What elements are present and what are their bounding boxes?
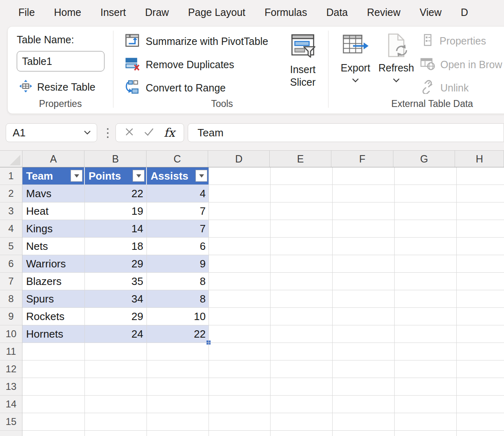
convert-to-range-icon: [124, 79, 140, 96]
cell-C8[interactable]: 8: [147, 290, 209, 307]
cell-C4[interactable]: 7: [147, 220, 209, 237]
row-header-10[interactable]: 10: [0, 325, 22, 343]
cell-B7[interactable]: 35: [85, 273, 147, 290]
cell-A6[interactable]: Warriors: [22, 255, 85, 272]
column-header-A[interactable]: A: [22, 151, 84, 167]
cell-A9[interactable]: Rockets: [22, 308, 85, 325]
row-header-12[interactable]: 12: [0, 360, 22, 378]
formula-bar-options-icon[interactable]: [105, 127, 110, 140]
cell-C7[interactable]: 8: [147, 273, 209, 290]
cell-A4[interactable]: Kings: [22, 220, 85, 237]
cell-C9[interactable]: 10: [147, 308, 209, 325]
row-header-4[interactable]: 4: [0, 220, 22, 238]
export-button[interactable]: Export: [337, 32, 373, 84]
cell-A3[interactable]: Heat: [22, 202, 85, 220]
row-header-13[interactable]: 13: [0, 378, 22, 396]
row-header-8[interactable]: 8: [0, 290, 22, 308]
filter-dropdown-team[interactable]: [71, 170, 82, 182]
ribbon-tab-review[interactable]: Review: [367, 7, 400, 18]
table-row-blazers: Blazers358: [22, 273, 209, 290]
row-header-9[interactable]: 9: [0, 308, 22, 325]
cell-B8[interactable]: 34: [85, 290, 147, 307]
cell-A10[interactable]: Hornets: [22, 325, 85, 343]
row-header-15[interactable]: 15: [0, 413, 22, 431]
filter-dropdown-points[interactable]: [133, 170, 144, 182]
cancel-icon[interactable]: [124, 127, 134, 138]
table-row-hornets: Hornets2422: [22, 325, 209, 343]
cell-B4[interactable]: 14: [85, 220, 147, 237]
cell-C3[interactable]: 7: [147, 202, 209, 220]
cell-B6[interactable]: 29: [85, 255, 147, 272]
cell-B3[interactable]: 19: [85, 202, 147, 220]
cell-B5[interactable]: 18: [85, 238, 147, 255]
table-row-spurs: Spurs348: [22, 290, 209, 308]
remove-duplicates-button[interactable]: Remove Duplicates: [124, 56, 234, 73]
cell-A7[interactable]: Blazers: [22, 273, 85, 290]
cell-C10[interactable]: 22: [147, 325, 209, 343]
cell-C5[interactable]: 6: [147, 238, 209, 255]
name-box[interactable]: A1: [6, 123, 97, 142]
gridline: [84, 167, 85, 436]
table-header-cell-assists[interactable]: Assists: [147, 167, 209, 185]
table-row-rockets: Rockets2910: [22, 308, 209, 325]
table-header-cell-team[interactable]: Team: [22, 167, 85, 185]
insert-function-button[interactable]: fx: [164, 126, 175, 140]
cell-A2[interactable]: Mavs: [22, 185, 85, 202]
enter-check-icon[interactable]: [144, 127, 154, 138]
table-row-nets: Nets186: [22, 238, 209, 255]
ribbon-tab-data[interactable]: Data: [326, 7, 348, 18]
convert-to-range-button[interactable]: Convert to Range: [124, 80, 226, 96]
filter-dropdown-assists[interactable]: [195, 170, 207, 182]
row-header-14[interactable]: 14: [0, 396, 22, 413]
cell-C2[interactable]: 4: [147, 185, 209, 202]
refresh-button[interactable]: Refresh: [377, 32, 415, 84]
gridline: [22, 395, 504, 396]
column-header-H[interactable]: H: [455, 151, 504, 167]
ribbon-tab-insert[interactable]: Insert: [100, 7, 126, 18]
summarize-with-pivottable-button[interactable]: Summarize with PivotTable: [124, 33, 268, 49]
gridline: [22, 220, 504, 220]
column-header-E[interactable]: E: [270, 151, 331, 167]
column-header-B[interactable]: B: [84, 151, 146, 167]
column-header-F[interactable]: F: [331, 151, 393, 167]
row-header-3[interactable]: 3: [0, 202, 22, 220]
row-header-6[interactable]: 6: [0, 255, 22, 273]
cell-B2[interactable]: 22: [85, 185, 147, 202]
cell-A8[interactable]: Spurs: [22, 290, 85, 307]
ribbon-tab-page-layout[interactable]: Page Layout: [188, 7, 245, 18]
ribbon-tab-file[interactable]: File: [18, 7, 35, 18]
cell-B10[interactable]: 24: [85, 325, 147, 343]
table-name-input[interactable]: [17, 51, 104, 71]
column-header-G[interactable]: G: [393, 151, 455, 167]
formula-input[interactable]: Team: [188, 123, 504, 142]
table-header-cell-points[interactable]: Points: [85, 167, 147, 185]
summarize-with-pivottable-label: Summarize with PivotTable: [146, 36, 268, 47]
insert-slicer-button[interactable]: Insert Slicer: [280, 32, 325, 89]
grid-body[interactable]: TeamPointsAssistsMavs224Heat197Kings147N…: [22, 167, 504, 436]
select-all-button[interactable]: [0, 151, 22, 167]
row-header-2[interactable]: 2: [0, 185, 22, 202]
ribbon-tab-d[interactable]: D: [461, 7, 468, 18]
worksheet: ABCDEFGH 123456789101112131415 TeamPoint…: [0, 150, 504, 436]
row-header-5[interactable]: 5: [0, 238, 22, 255]
refresh-label: Refresh: [378, 62, 414, 74]
cell-C6[interactable]: 9: [147, 255, 209, 272]
row-header-11[interactable]: 11: [0, 343, 22, 360]
gridline: [22, 272, 504, 273]
filter-arrow-icon: [136, 174, 141, 178]
cell-B9[interactable]: 29: [85, 308, 147, 325]
name-box-chevron-icon[interactable]: [84, 129, 97, 136]
gridline: [394, 167, 395, 436]
row-header-7[interactable]: 7: [0, 273, 22, 290]
row-header-1[interactable]: 1: [0, 167, 22, 185]
ribbon-tab-bar: FileHomeInsertDrawPage LayoutFormulasDat…: [0, 0, 504, 24]
row-headers: 123456789101112131415: [0, 167, 22, 436]
column-header-C[interactable]: C: [147, 151, 208, 167]
ribbon-tab-formulas[interactable]: Formulas: [264, 7, 307, 18]
cell-A5[interactable]: Nets: [22, 238, 85, 255]
resize-table-button[interactable]: Resize Table: [19, 79, 95, 95]
ribbon-tab-view[interactable]: View: [420, 7, 442, 18]
ribbon-tab-draw[interactable]: Draw: [145, 7, 169, 18]
ribbon-tab-home[interactable]: Home: [54, 7, 81, 18]
column-header-D[interactable]: D: [208, 151, 269, 167]
